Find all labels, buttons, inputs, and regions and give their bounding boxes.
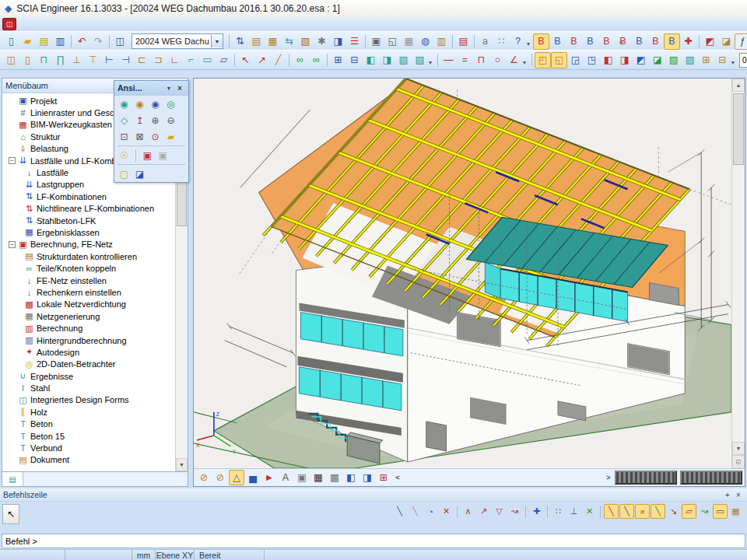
gallery-icon[interactable]: ▦ xyxy=(265,33,281,50)
project-combobox[interactable]: 20024 WEG Dachu ▼ xyxy=(132,33,223,49)
haunch-icon[interactable]: ⊢ xyxy=(101,52,117,68)
command-input[interactable]: Befehl > xyxy=(2,534,745,548)
3d-viewport[interactable]: Z X Y xyxy=(194,79,731,468)
document-icon[interactable]: ▥ xyxy=(433,33,450,50)
expander-icon[interactable]: − xyxy=(9,241,16,248)
multicopy-icon[interactable]: ⊟ xyxy=(346,52,363,68)
draw-circle-icon[interactable]: ○ xyxy=(489,52,506,68)
view-surface-icon[interactable]: ◰ xyxy=(535,52,551,68)
select-previous-icon[interactable]: Ƀ xyxy=(615,33,631,50)
scroll-left-icon[interactable]: < xyxy=(392,471,403,484)
tree-item[interactable]: I Stahl xyxy=(2,382,175,394)
scroll-down-icon[interactable]: ▼ xyxy=(732,442,745,455)
print-preview-icon[interactable]: ◱ xyxy=(384,33,401,50)
labels-abc-icon[interactable]: A xyxy=(278,470,293,485)
calculator-icon[interactable]: ▦ xyxy=(401,33,417,50)
scroll-right-icon[interactable]: > xyxy=(603,471,614,484)
snap-dots-icon[interactable]: ∞ xyxy=(292,52,308,68)
light-bulb-icon[interactable]: ☉ xyxy=(117,149,131,162)
vector-tool-icon[interactable]: ↗ xyxy=(476,504,491,519)
beam-icon[interactable]: ◫ xyxy=(3,52,19,68)
cursor-snap-icon[interactable]: ✚ xyxy=(529,504,544,519)
clip-below-icon[interactable]: ⊘ xyxy=(212,470,228,485)
delete-tool-icon[interactable]: ✕ xyxy=(439,504,454,519)
tree-item[interactable]: ↓ Rechenkern einstellen xyxy=(2,286,175,298)
snap-dots-2-icon[interactable]: ∞ xyxy=(308,52,324,68)
truss-icon[interactable]: ⊏ xyxy=(134,52,150,68)
view-folder-icon[interactable]: ▰ xyxy=(164,130,177,143)
tree-item[interactable]: ✦ Autodesign xyxy=(2,346,175,358)
results-chart-icon[interactable]: ▅ xyxy=(245,470,261,485)
show-loads-icon[interactable]: ◨ xyxy=(616,52,633,68)
tree-item[interactable]: ∪ Ergebnisse xyxy=(2,370,175,382)
mesh-generator-icon[interactable]: ✱ xyxy=(314,33,330,50)
palette-header[interactable]: Ansi... ▼ × xyxy=(114,81,188,96)
tree-item[interactable]: ▤ Strukturdaten kontrollieren xyxy=(2,250,175,262)
tree-item[interactable]: T Beton 15 xyxy=(2,430,175,442)
select-by-property-icon[interactable]: B xyxy=(533,33,549,50)
move-node-icon[interactable]: ✚ xyxy=(680,33,696,50)
arbitrary-beam-icon[interactable]: ⊣ xyxy=(117,52,134,68)
show-system-lines-icon[interactable]: ◪ xyxy=(649,52,665,68)
close-icon[interactable]: × xyxy=(174,82,185,93)
abacus-icon[interactable]: ☰ xyxy=(346,33,363,50)
screenshot-off-icon[interactable]: ▣ xyxy=(156,149,170,162)
snap-intersection-icon[interactable]: × xyxy=(635,504,650,519)
tree-item[interactable]: ↓ FE-Netz einstellen xyxy=(2,275,175,286)
show-supports-icon[interactable]: ◧ xyxy=(600,52,616,68)
open-project-icon[interactable]: ▰ xyxy=(19,33,36,50)
line-grid-icon[interactable]: ⊥ xyxy=(566,504,581,519)
combobox-dropdown-icon[interactable]: ▼ xyxy=(211,35,223,47)
activity-icon[interactable]: ⊞ xyxy=(376,470,391,485)
modify-select-icon[interactable]: ↖ xyxy=(237,52,254,68)
results-window-icon[interactable]: ◨ xyxy=(330,33,346,50)
stretch-icon[interactable]: ▨ xyxy=(412,52,428,68)
draw-line-tool-icon[interactable]: ╲ xyxy=(392,504,407,519)
visibility-window-icon[interactable]: ◩ xyxy=(702,33,718,50)
section-characteristics-icon[interactable]: a xyxy=(477,33,493,50)
chevron-down-icon[interactable]: ▼ xyxy=(163,82,174,93)
snap-arc-icon[interactable]: ↝ xyxy=(697,504,712,519)
restore-window-icon[interactable]: ◱ xyxy=(732,455,745,468)
tree-item[interactable]: ⇅ LF-Kombinationen xyxy=(2,191,175,202)
hidden-lines-icon[interactable]: ⊟ xyxy=(714,52,731,68)
snap-ruler-icon[interactable]: ▭ xyxy=(713,504,728,519)
select-invert-icon[interactable]: B xyxy=(631,33,647,50)
scale-spinner[interactable]: 0.03.. ▲▼ xyxy=(739,53,747,68)
draw-line-dashed-icon[interactable]: ╲ xyxy=(408,504,423,519)
render-options-icon[interactable]: ◪ xyxy=(133,167,146,180)
slab-icon[interactable]: ▭ xyxy=(199,52,216,68)
tree-item[interactable]: ▥ Berechnung xyxy=(2,322,175,334)
angle-tool-icon[interactable]: ∧ xyxy=(461,504,475,519)
tree-item[interactable]: ∞ Teile/Knoten koppeln xyxy=(2,262,175,274)
scroll-down-icon[interactable]: ▼ xyxy=(176,458,188,471)
calculation-flag-icon[interactable]: ▦ xyxy=(310,470,326,485)
layers-icon[interactable]: ▤ xyxy=(248,33,265,50)
new-document-icon[interactable]: ▯ xyxy=(3,33,19,50)
render-axo-icon[interactable]: △ xyxy=(229,470,244,485)
tree-item[interactable]: ◫ Integriertes Design Forms xyxy=(2,394,175,406)
column-icon[interactable]: ▯ xyxy=(19,52,36,68)
tree-item[interactable]: T Verbund xyxy=(2,442,175,453)
scroll-up-icon[interactable]: ▲ xyxy=(732,79,745,92)
zoom-out-icon[interactable]: ⊖ xyxy=(164,114,177,127)
corner-member-icon[interactable]: ∟ xyxy=(167,52,183,68)
exchange-icon[interactable]: ⇆ xyxy=(281,33,297,50)
show-model-data-icon[interactable]: ▧ xyxy=(665,52,682,68)
pin-icon[interactable]: + xyxy=(722,489,733,500)
snap-endpoint-icon[interactable]: ╲ xyxy=(604,504,619,519)
draw-parallel-icon[interactable]: = xyxy=(457,52,473,68)
frame-icon[interactable]: ⌐ xyxy=(183,52,199,68)
menu-item[interactable] xyxy=(21,17,35,31)
menubaum-tab[interactable]: ▤ xyxy=(2,472,23,486)
redo-icon[interactable]: ↷ xyxy=(90,33,107,50)
cursor-mode-button[interactable]: ↖ xyxy=(2,504,19,524)
wall-icon[interactable]: ∏ xyxy=(52,52,68,68)
grid-off-icon[interactable]: ✕ xyxy=(582,504,597,519)
curve-tool-icon[interactable]: ↝ xyxy=(507,504,522,519)
tree-item[interactable]: ▦ Ergebnisklassen xyxy=(2,226,175,238)
minimized-window-bar[interactable] xyxy=(615,471,677,485)
expander-icon[interactable]: − xyxy=(9,157,16,164)
clip-box-icon[interactable]: ▢ xyxy=(117,167,131,180)
status-plane[interactable]: Ebene XY xyxy=(156,550,195,560)
